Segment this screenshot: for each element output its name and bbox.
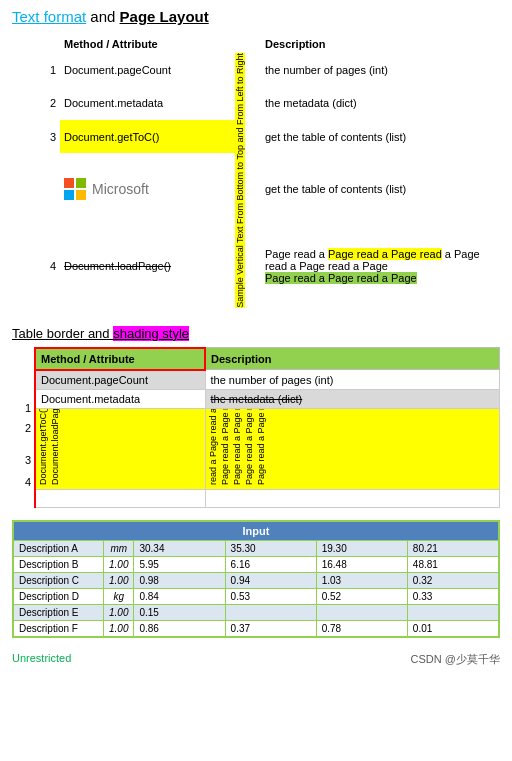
method-cell: Document.loadPage() [60,224,235,308]
input-v2-c: 0.94 [225,572,316,588]
row-num-4: 4 [12,466,34,488]
input-v1-a: 30.34 [134,540,225,556]
section1: Method / Attribute Description 1 Documen… [12,35,500,308]
table-row: 1 Document.pageCount Sample Vertical Tex… [38,53,500,86]
method-cell: Document.metadata [60,86,235,119]
method-cell: Document.pageCount [60,53,235,86]
input-desc-d: Description D [14,588,104,604]
input-title: Input [14,521,499,540]
input-v2-e [225,604,316,620]
input-table-header: Input [14,521,499,540]
input-desc-e: Description E [14,604,104,620]
desc-cell-2: the metadata (dict) [205,389,500,408]
input-unit-a: mm [104,540,134,556]
vtext-method2: Document.loadPage() [50,413,60,485]
vertical-text-cell: Sample Vertical Text From Bottom to Top … [235,53,261,308]
input-desc-f: Description F [14,620,104,636]
input-v4-d: 0.33 [407,588,498,604]
col-method-header: Method / Attribute [60,35,235,53]
col-num-header [38,35,60,53]
row-num: 1 [38,53,60,86]
section2-header-row: Method / Attribute Description [35,348,500,370]
ms-logo-grid [64,178,86,200]
input-unit-e: 1.00 [104,604,134,620]
input-desc-a: Description A [14,540,104,556]
microsoft-name: Microsoft [92,181,149,197]
title-page-layout: Page Layout [120,8,209,25]
row-num-2: 2 [12,414,34,434]
col-vertical-header [235,35,261,53]
section2-inner-table: Method / Attribute Description Document.… [34,347,500,508]
input-unit-f: 1.00 [104,620,134,636]
input-v3-c: 1.03 [316,572,407,588]
table-row: Description E 1.00 0.15 [14,604,499,620]
row-num: 4 [38,224,60,308]
vertical-text: Sample Vertical Text From Bottom to Top … [235,53,245,308]
vtext-desc1: read a Page read a Page read a [208,413,218,485]
input-unit-c: 1.00 [104,572,134,588]
table-row: Description F 1.00 0.86 0.37 0.78 0.01 [14,620,499,636]
input-desc-c: Description C [14,572,104,588]
input-v1-f: 0.86 [134,620,225,636]
input-v4-e [407,604,498,620]
input-v3-f: 0.78 [316,620,407,636]
num-spacer [12,371,34,397]
input-v4-f: 0.01 [407,620,498,636]
desc-highlight-yellow: Page read a Page read [328,248,442,260]
input-v4-a: 80.21 [407,540,498,556]
table-row: Description D kg 0.84 0.53 0.52 0.33 [14,588,499,604]
ms-yellow-square [76,190,86,200]
method-cell-3: Document.getToC() Document.loadPage() [35,408,205,489]
row-numbers-col: 1 2 3 4 [12,347,34,508]
section2-table-container: 1 2 3 4 Method / Attribute Description D… [12,347,500,508]
footer-left: Unrestricted [12,652,71,667]
desc-cell-3: read a Page read a Page read a Page read… [205,408,500,489]
section2-method-header: Method / Attribute [35,348,205,370]
page-title: Text format and Page Layout [12,8,500,25]
ms-green-square [76,178,86,188]
input-table-container: Input Description A mm 30.34 35.30 19.30… [12,520,500,638]
row3-desc-container: read a Page read a Page read a Page read… [206,409,500,489]
col-desc-header: Description [261,35,500,53]
row-num [38,153,60,224]
input-v3-a: 19.30 [316,540,407,556]
input-desc-b: Description B [14,556,104,572]
section2-title-highlight: shading style [113,326,189,341]
vtext-desc2: Page read a Page read a Page read a [220,413,230,485]
footer: Unrestricted CSDN @少莫千华 [12,652,500,667]
input-v2-f: 0.37 [225,620,316,636]
input-v1-d: 0.84 [134,588,225,604]
table-row: Description C 1.00 0.98 0.94 1.03 0.32 [14,572,499,588]
section2-title-part1: Table border and [12,326,113,341]
table-row: 2 Document.metadata the metadata (dict) [38,86,500,119]
desc-cell-1: the number of pages (int) [205,370,500,390]
strikethrough-text: the metadata (dict) [211,393,303,405]
table-row: Document.pageCount the number of pages (… [35,370,500,390]
table-row: Description A mm 30.34 35.30 19.30 80.21 [14,540,499,556]
method-cell-1: Document.pageCount [35,370,205,390]
table-row: 4 Document.loadPage() Page read a Page r… [38,224,500,308]
row-num-3: 3 [12,434,34,466]
vtext-desc3: Page read a Page read a Page read a [232,413,242,485]
row-num-1: 1 [12,397,34,414]
input-v3-d: 0.52 [316,588,407,604]
input-v2-b: 6.16 [225,556,316,572]
input-table: Input Description A mm 30.34 35.30 19.30… [13,521,499,637]
input-v1-e: 0.15 [134,604,225,620]
row-num: 3 [38,120,60,153]
section2-main-table: Method / Attribute Description Document.… [34,347,500,508]
desc-cell: the metadata (dict) [261,86,500,119]
desc-cell: get the table of contents (list) [261,153,500,224]
method-cell-4 [35,489,205,507]
desc-highlight-green: Page read a Page read a Page [265,272,417,284]
method-cell-2: Document.metadata [35,389,205,408]
table-row: Microsoft get the table of contents (lis… [38,153,500,224]
footer-right: CSDN @少莫千华 [411,652,500,667]
input-v4-b: 48.81 [407,556,498,572]
input-v1-b: 5.95 [134,556,225,572]
vtext-desc4: Page read a Page read a Page [244,413,254,485]
method-cell-logo: Microsoft [60,153,235,224]
desc-cell: Page read a Page read a Page read a Page… [261,224,500,308]
section2-desc-header: Description [205,348,500,370]
input-v3-e [316,604,407,620]
